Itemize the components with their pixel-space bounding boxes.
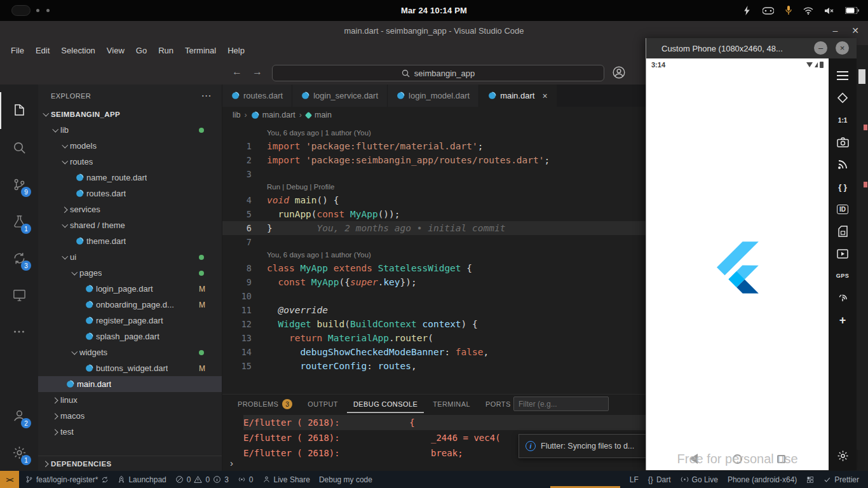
source-control-activity-button[interactable]: 9: [0, 166, 38, 203]
folder-lib[interactable]: lib: [38, 122, 222, 138]
emulator-screen[interactable]: 3:14 Free for perso: [646, 58, 829, 470]
console-prompt-icon[interactable]: ›: [230, 458, 233, 468]
folder-linux[interactable]: linux: [38, 392, 222, 408]
remote-indicator[interactable]: ><: [0, 471, 19, 488]
prettier-status-item[interactable]: Prettier: [824, 475, 859, 484]
tab-login_service.dart[interactable]: login_service.dart: [292, 85, 388, 107]
file-register_page.dart[interactable]: register_page.dart: [38, 313, 222, 329]
code-icon[interactable]: { }: [834, 179, 851, 195]
menu-run[interactable]: Run: [153, 43, 179, 58]
breadcrumb-item-main[interactable]: main: [306, 111, 332, 119]
forward-arrow-icon[interactable]: →: [252, 66, 262, 78]
eol-status-item[interactable]: LF: [630, 475, 639, 484]
controller-icon[interactable]: [763, 7, 774, 15]
settings-icon[interactable]: [834, 447, 851, 464]
tab-login_model.dart[interactable]: login_model.dart: [388, 85, 479, 107]
ports-status-item[interactable]: 0: [238, 475, 254, 484]
editor-scrollbar[interactable]: [857, 45, 868, 450]
file-main.dart[interactable]: main.dart: [38, 376, 222, 392]
command-center-search[interactable]: seimbangin_app: [272, 65, 604, 81]
breadcrumb-item-lib[interactable]: lib: [233, 111, 241, 119]
remote-explorer-activity-button[interactable]: [0, 276, 38, 313]
file-onboarding_page.d...[interactable]: onboarding_page.d...M: [38, 297, 222, 313]
file-login_page.dart[interactable]: login_page.dartM: [38, 281, 222, 297]
search-activity-button[interactable]: [0, 129, 38, 166]
rotate-icon[interactable]: [834, 90, 851, 106]
launchpad-status-item[interactable]: Launchpad: [118, 475, 166, 484]
file-name_route.dart[interactable]: name_route.dart: [38, 170, 222, 186]
folder-services[interactable]: services: [38, 201, 222, 217]
id-icon[interactable]: ID: [834, 201, 851, 217]
file-splash_page.dart[interactable]: splash_page.dart: [38, 329, 222, 344]
folder-widgets[interactable]: widgets: [38, 344, 222, 360]
panel-tab-output[interactable]: OUTPUT: [301, 395, 344, 413]
folder-pages[interactable]: pages: [38, 265, 222, 281]
microphone-icon[interactable]: [785, 6, 792, 15]
close-icon[interactable]: ×: [836, 41, 849, 55]
tab-main.dart[interactable]: main.dart×: [479, 85, 557, 107]
device-status-item[interactable]: Phone (android-x64): [728, 475, 797, 484]
wifi-icon[interactable]: [803, 7, 813, 15]
file-theme.dart[interactable]: theme.dart: [38, 233, 222, 249]
extension-status-item[interactable]: [806, 476, 814, 484]
tab-routes.dart[interactable]: routes.dart: [222, 85, 292, 107]
menu-file[interactable]: File: [5, 43, 30, 58]
language-status-item[interactable]: {} Dart: [648, 475, 671, 484]
back-arrow-icon[interactable]: ←: [232, 66, 242, 78]
live-share-status-item[interactable]: Live Share: [262, 475, 310, 484]
pixel-perfect-icon[interactable]: 1:1: [834, 112, 851, 128]
folder-shared / theme[interactable]: shared / theme: [38, 217, 222, 233]
explorer-activity-button[interactable]: [0, 92, 38, 129]
testing-activity-button[interactable]: 1: [0, 203, 38, 240]
sync-activity-button[interactable]: 3: [0, 240, 38, 276]
more-views-button[interactable]: [0, 313, 38, 350]
battery-icon[interactable]: [845, 7, 859, 14]
breadcrumb-item-main.dart[interactable]: main.dart: [251, 111, 295, 119]
panel-tab-problems[interactable]: PROBLEMS3: [231, 395, 299, 413]
scrollbar-thumb[interactable]: [858, 69, 865, 84]
folder-test[interactable]: test: [38, 424, 222, 440]
capture-icon[interactable]: [834, 134, 851, 151]
problems-status-item[interactable]: 0 0 3: [175, 475, 229, 484]
menu-view[interactable]: View: [101, 43, 130, 58]
menu-help[interactable]: Help: [222, 43, 250, 58]
accounts-button[interactable]: 2: [0, 397, 38, 434]
cable-icon[interactable]: [743, 6, 751, 15]
network-icon[interactable]: [834, 156, 851, 173]
vscode-titlebar[interactable]: main.dart - seimbangin_app - Visual Stud…: [0, 21, 868, 40]
add-icon[interactable]: +: [834, 312, 851, 329]
menu-go[interactable]: Go: [130, 43, 153, 58]
folder-ui[interactable]: ui: [38, 249, 222, 265]
minimize-icon[interactable]: –: [832, 25, 837, 36]
branch-status-item[interactable]: feat/login-register*: [25, 475, 109, 484]
file-routes.dart[interactable]: routes.dart: [38, 186, 222, 201]
manage-button[interactable]: 1: [0, 434, 38, 471]
gps-icon[interactable]: GPS: [834, 268, 851, 284]
menu-selection[interactable]: Selection: [55, 43, 100, 58]
emulator-titlebar[interactable]: Custom Phone (1080x2460, 48... – ×: [646, 38, 857, 58]
account-toggle-icon[interactable]: [612, 65, 627, 81]
panel-tab-debug-console[interactable]: DEBUG CONSOLE: [347, 395, 424, 413]
debug-status-item[interactable]: Debug my code: [319, 475, 372, 484]
menu-edit[interactable]: Edit: [30, 43, 55, 58]
file-buttons_widget.dart[interactable]: buttons_widget.dartM: [38, 360, 222, 376]
media-icon[interactable]: [834, 245, 851, 262]
biometrics-icon[interactable]: [834, 290, 851, 306]
folder-macos[interactable]: macos: [38, 408, 222, 424]
mute-icon[interactable]: [825, 7, 834, 15]
sim-icon[interactable]: [834, 223, 851, 240]
console-filter-input[interactable]: [513, 396, 609, 411]
menu-terminal[interactable]: Terminal: [179, 43, 222, 58]
explorer-more-actions[interactable]: ⋯: [201, 90, 212, 102]
go-live-status-item[interactable]: Go Live: [681, 475, 718, 484]
menu-icon[interactable]: [834, 67, 851, 84]
panel-tab-ports[interactable]: PORTS: [479, 395, 517, 413]
minimize-icon[interactable]: –: [814, 41, 827, 55]
workspace-root[interactable]: SEIMBANGIN_APP: [38, 107, 222, 122]
close-icon[interactable]: ✕: [851, 25, 859, 36]
close-icon[interactable]: ×: [542, 91, 547, 101]
dependencies-section[interactable]: DEPENDENCIES: [38, 456, 222, 471]
folder-routes[interactable]: routes: [38, 154, 222, 170]
folder-models[interactable]: models: [38, 138, 222, 154]
panel-tab-terminal[interactable]: TERMINAL: [426, 395, 477, 413]
